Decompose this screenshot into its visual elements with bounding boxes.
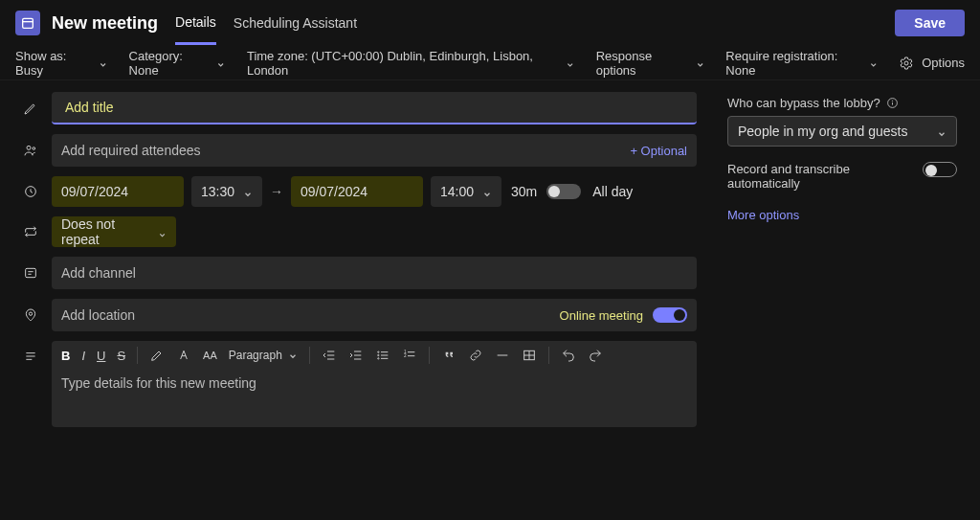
font-size-button[interactable]: AA bbox=[203, 350, 217, 361]
chevron-down-icon bbox=[99, 58, 107, 68]
paragraph-style-dropdown[interactable]: Paragraph bbox=[229, 349, 298, 362]
svg-point-9 bbox=[29, 312, 32, 315]
chevron-down-icon bbox=[937, 126, 947, 136]
svg-point-4 bbox=[33, 147, 35, 150]
record-transcribe-label: Record and transcribe automatically bbox=[727, 162, 880, 191]
channel-placeholder: Add channel bbox=[61, 265, 136, 281]
details-textarea[interactable] bbox=[52, 370, 697, 419]
repeat-icon bbox=[10, 224, 52, 239]
show-as-dropdown[interactable]: Show as: Busy bbox=[15, 49, 108, 78]
description-icon bbox=[10, 341, 52, 364]
channel-field[interactable]: Add channel bbox=[52, 257, 697, 289]
font-color-button[interactable] bbox=[176, 348, 191, 363]
duration-label: 30m bbox=[511, 184, 537, 199]
timezone-dropdown[interactable]: Time zone: (UTC+00:00) Dublin, Edinburgh… bbox=[247, 49, 575, 78]
chevron-down-icon bbox=[216, 58, 225, 68]
start-time-dropdown[interactable]: 13:30 bbox=[191, 176, 262, 207]
chevron-down-icon bbox=[566, 58, 574, 68]
svg-point-3 bbox=[27, 146, 31, 149]
page-title: New meeting bbox=[52, 13, 158, 34]
category-label: Category: None bbox=[129, 49, 212, 78]
chevron-down-icon bbox=[243, 187, 253, 196]
chevron-down-icon bbox=[696, 58, 704, 68]
details-editor: B I U S AA Paragraph 12 bbox=[52, 341, 697, 427]
all-day-label: All day bbox=[592, 184, 633, 199]
highlight-button[interactable] bbox=[149, 348, 165, 363]
svg-text:2: 2 bbox=[404, 353, 407, 358]
indent-button[interactable] bbox=[348, 348, 364, 363]
location-placeholder: Add location bbox=[61, 307, 135, 323]
title-field[interactable] bbox=[52, 92, 697, 124]
toolbar-separator bbox=[137, 347, 138, 364]
chevron-down-icon bbox=[158, 227, 167, 237]
lobby-bypass-dropdown[interactable]: People in my org and guests bbox=[727, 116, 957, 147]
toolbar-separator bbox=[309, 347, 310, 364]
svg-rect-6 bbox=[26, 268, 36, 277]
bold-button[interactable]: B bbox=[61, 349, 70, 363]
response-options-dropdown[interactable]: Response options bbox=[596, 49, 705, 78]
svg-rect-0 bbox=[23, 18, 33, 28]
location-field[interactable]: Add location Online meeting bbox=[52, 299, 697, 331]
svg-point-21 bbox=[377, 354, 378, 355]
gear-icon bbox=[899, 56, 914, 71]
add-optional-link[interactable]: + Optional bbox=[630, 144, 687, 158]
underline-button[interactable]: U bbox=[97, 349, 105, 363]
strikethrough-button[interactable]: S bbox=[117, 349, 125, 363]
record-transcribe-toggle[interactable] bbox=[923, 162, 957, 177]
show-as-label: Show as: Busy bbox=[15, 49, 93, 78]
attendees-placeholder: Add required attendees bbox=[61, 143, 201, 158]
tab-scheduling-assistant[interactable]: Scheduling Assistant bbox=[234, 3, 357, 43]
numbered-list-button[interactable]: 12 bbox=[402, 348, 417, 363]
require-registration-label: Require registration: None bbox=[725, 49, 862, 78]
redo-button[interactable] bbox=[588, 348, 603, 363]
title-input[interactable] bbox=[61, 100, 687, 115]
lobby-label: Who can bypass the lobby? bbox=[727, 96, 957, 110]
options-button[interactable]: Options bbox=[899, 56, 965, 71]
svg-point-36 bbox=[892, 101, 893, 102]
italic-button[interactable]: I bbox=[81, 349, 85, 363]
more-options-link[interactable]: More options bbox=[727, 208, 957, 222]
require-registration-dropdown[interactable]: Require registration: None bbox=[725, 49, 878, 78]
timezone-label: Time zone: (UTC+00:00) Dublin, Edinburgh… bbox=[247, 49, 560, 78]
chevron-down-icon bbox=[869, 58, 878, 68]
save-button[interactable]: Save bbox=[895, 10, 965, 36]
calendar-app-icon bbox=[15, 11, 40, 35]
arrow-right-icon: → bbox=[270, 184, 283, 199]
toolbar-separator bbox=[429, 347, 430, 364]
channel-icon bbox=[10, 265, 52, 281]
online-meeting-toggle[interactable] bbox=[653, 307, 687, 323]
options-label: Options bbox=[922, 56, 965, 70]
outdent-button[interactable] bbox=[322, 348, 337, 363]
info-icon[interactable] bbox=[886, 97, 899, 109]
hr-button[interactable] bbox=[495, 348, 510, 363]
svg-point-20 bbox=[377, 351, 378, 352]
attendees-field[interactable]: Add required attendees + Optional bbox=[52, 134, 697, 167]
chevron-down-icon bbox=[288, 350, 298, 360]
location-icon bbox=[10, 307, 52, 323]
recurrence-dropdown[interactable]: Does not repeat bbox=[52, 216, 176, 247]
category-dropdown[interactable]: Category: None bbox=[129, 49, 226, 78]
tab-details[interactable]: Details bbox=[175, 2, 216, 45]
online-meeting-label: Online meeting bbox=[560, 308, 643, 323]
undo-button[interactable] bbox=[561, 348, 576, 363]
svg-point-2 bbox=[904, 61, 908, 65]
end-date-input[interactable]: 09/07/2024 bbox=[291, 176, 423, 207]
table-button[interactable] bbox=[522, 348, 537, 363]
clock-icon bbox=[10, 184, 52, 199]
bullet-list-button[interactable] bbox=[375, 348, 390, 363]
link-button[interactable] bbox=[468, 348, 483, 363]
start-date-input[interactable]: 09/07/2024 bbox=[52, 176, 184, 207]
toolbar-separator bbox=[548, 347, 549, 364]
chevron-down-icon bbox=[482, 187, 492, 196]
svg-point-22 bbox=[377, 358, 378, 359]
pencil-icon bbox=[10, 101, 52, 116]
quote-button[interactable] bbox=[441, 348, 457, 363]
people-icon bbox=[10, 143, 52, 158]
end-time-dropdown[interactable]: 14:00 bbox=[431, 176, 501, 207]
response-options-label: Response options bbox=[596, 49, 690, 78]
all-day-toggle[interactable] bbox=[546, 184, 581, 199]
